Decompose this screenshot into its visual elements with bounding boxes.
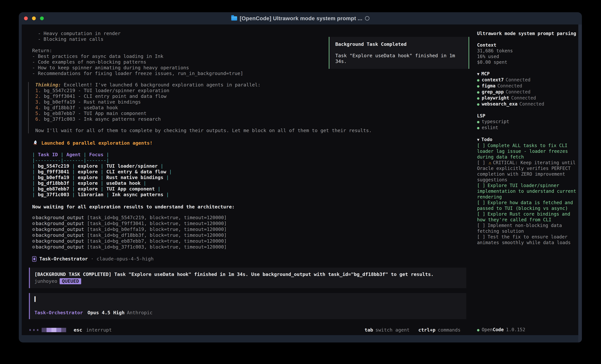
thinking-item: 3.bg_b0effa19 - Rust native bindings [35,99,470,105]
col-header: Task ID [38,152,58,157]
cell-task-id: bg_df18bb3f [38,180,69,186]
text-cursor: ▍ [34,296,37,302]
item-text: bg_b0effa19 - Rust native bindings [44,99,141,105]
pipe: | [160,163,163,169]
cell-focus: useData hook [106,180,140,186]
brand-open: Open [482,327,492,332]
col-header: Focus [89,152,103,157]
sidebar: Ultrawork mode system prompt parsing Con… [477,24,578,335]
todo-checkbox: [ ] [477,183,485,188]
todo-text: Explore Rust core bindings and how they'… [477,211,570,222]
status-dot-icon: ● [477,90,479,95]
mcp-name: grep_app [482,89,504,95]
pipe: | [106,192,109,197]
warning-icon: ⚠ [489,160,491,165]
app-version-footer: ●OpenCode1.0.152 [477,327,525,333]
waiting-text: Now waiting for all exploration results … [32,204,470,210]
todo-heading-row[interactable]: ▼Todo [477,137,578,143]
cell-focus: TUI loader/spinner [106,163,158,169]
pipe: | [158,186,160,192]
pipe: | [72,169,75,174]
prompt-input[interactable]: ▍ Task-OrchestratorOpus 4.5 HighAnthropi… [29,293,466,319]
pipe: | [32,163,35,169]
task-completed-text: [BACKGROUND TASK COMPLETED] Task "Explor… [34,271,466,277]
todo-item: [ ]Explore TUI loader/spinner implementa… [477,183,578,200]
pipe: | [32,175,35,180]
mcp-status: Connected [497,83,522,88]
lsp-name: typescript [482,119,509,124]
pipe: | [166,192,169,197]
todo-text: Explore TUI loader/spinner implementatio… [477,183,576,200]
queued-badge: QUEUED [60,278,81,284]
mcp-heading-row[interactable]: ▼MCP [477,71,578,77]
lsp-heading: LSP [477,113,578,119]
scrollbar[interactable] [578,24,582,343]
collapse-triangle-icon[interactable]: ▼ [477,72,479,76]
notification-toast[interactable]: Background Task Completed Task "Explore … [329,37,469,69]
cell-agent: librarian [78,192,103,197]
mcp-name: figma [482,83,495,88]
item-number: 1. [35,88,41,93]
zoom-button[interactable] [40,17,44,20]
context-spent: $0.00 spent [477,59,578,65]
cell-task-id: bg_b0effa19 [38,175,69,180]
tool-name: background_output [36,227,84,232]
status-dot-icon: ● [477,84,479,88]
window-title: [OpenCode] Ultrawork mode system prompt … [240,15,362,21]
cell-task-id: bg_37f1c003 [38,192,69,197]
item-text: bg_eb87ebb7 - TUI App main component [44,111,147,116]
input-line[interactable]: ▍ [34,296,466,302]
window-title-group: [OpenCode] Ultrawork mode system prompt … [231,15,370,21]
input-model[interactable]: Opus 4.5 High [88,310,125,316]
close-button[interactable] [24,17,28,20]
mcp-heading: MCP [481,71,490,77]
status-dot-icon: ● [477,120,479,124]
tool-call-line: ⚙background_output[task_id=bg_5547c219, … [32,215,470,220]
context-used: 16% used [477,54,578,59]
pipe: | [100,186,103,192]
input-agent[interactable]: Task-Orchestrator [34,310,83,316]
terminal-content: - Heavy computation in render - Blocking… [22,24,578,335]
collapse-triangle-icon[interactable]: ▼ [477,137,479,142]
esc-key-label: interrupt [86,327,112,333]
session-title: Ultrawork mode system prompt parsing [477,31,578,36]
thinking-intro-line: Thinking:Excellent! I've launched 6 back… [35,82,470,88]
context-section: Context 31,686 tokens 16% used $0.00 spe… [477,42,578,65]
status-dot-icon: ● [477,96,479,100]
mcp-name: context7 [482,77,504,83]
item-number: 2. [35,94,41,99]
todo-item: [ ]Implement non-blocking data fetching … [477,223,578,234]
gear-icon: ⚙ [32,215,35,220]
table-row: |bg_df18bb3f|explore|useData hook| [32,180,470,186]
todo-item: [ ]Explore Rust core bindings and how th… [477,211,578,223]
toast-body: Task "Explore useData hook" finished in … [335,53,469,64]
cell-focus: Ink async patterns [112,192,163,197]
thinking-label: Thinking: [35,82,61,87]
minimize-button[interactable] [32,17,36,20]
pipe: | [61,152,63,157]
todo-checkbox: [ ] [477,160,485,165]
todo-heading: Todo [481,137,492,142]
table-header-row: |Task ID|Agent|Focus| [32,152,470,158]
table-row: |bg_37f1c003|librarian|Ink async pattern… [32,192,470,198]
col-header: Agent [67,152,81,157]
agent-name: Task-Orchestrator [39,256,88,262]
pipe: | [72,180,75,186]
title-bar[interactable]: [OpenCode] Ultrawork mode system prompt … [19,12,582,24]
todo-checkbox: [ ] [477,143,485,148]
todo-item: [ ]Complete ALL tasks to fix CLI loader … [477,143,578,160]
ctrlp-key-label: commands [438,327,461,333]
app-version: 1.0.152 [506,327,525,332]
input-meta: Task-OrchestratorOpus 4.5 HighAnthropic [34,310,466,316]
tool-args: [task_id=bg_df18bb3f, block=true, timeou… [87,232,227,238]
status-dot-icon: ● [477,328,479,332]
status-dot-icon: ● [477,102,479,106]
table-row: |bg_b0effa19|explore|Rust native binding… [32,175,470,180]
rocket-icon [32,140,39,147]
agent-model: claude-opus-4-5-high [97,256,153,262]
separator-dot: · [91,256,94,262]
toast-title: Background Task Completed [335,41,469,47]
agent-header: Task-Orchestrator · claude-opus-4-5-high [32,256,470,262]
thinking-item: 6.bg_37f1c003 - Ink async patterns resea… [35,116,470,122]
lsp-section: LSP ●typescript ●eslint [477,113,578,131]
